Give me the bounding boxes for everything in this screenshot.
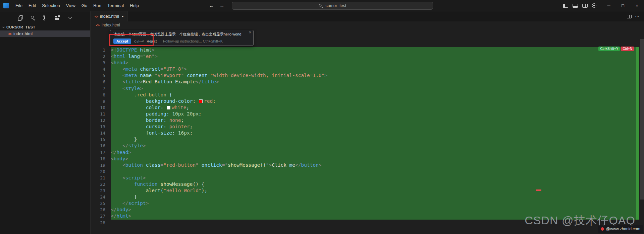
explorer-section-header[interactable]: CURSOR_TEST [0, 24, 90, 30]
code-token [111, 124, 146, 129]
code-token: white [172, 105, 186, 110]
code-line-15[interactable]: 15 } [91, 136, 644, 143]
gear-icon[interactable] [592, 3, 596, 8]
followup-input[interactable] [160, 39, 245, 43]
html-file-icon: <> [95, 15, 98, 18]
code-token: ; [190, 124, 193, 129]
toggle-panel-icon[interactable] [573, 4, 578, 8]
code-line-6[interactable]: 6 <title>Red Button Example</title> [91, 79, 644, 85]
close-button[interactable]: × [630, 0, 644, 11]
code-line-18[interactable]: 18<body> [91, 156, 644, 162]
line-number: 26 [91, 207, 105, 213]
code-line-17[interactable]: 17</head> [91, 149, 644, 156]
menu-run[interactable]: Run [90, 0, 104, 11]
minimize-button[interactable]: ─ [602, 0, 616, 11]
line-content: } [111, 136, 636, 143]
code-line-25[interactable]: 25 </script> [91, 200, 644, 207]
line-number: 18 [91, 156, 105, 162]
menu-terminal[interactable]: Terminal [104, 0, 127, 11]
code-token: > [319, 162, 322, 168]
code-token: > [140, 79, 143, 84]
chevron-down-icon[interactable] [67, 15, 73, 21]
code-token: head [116, 150, 128, 155]
code-token: style [125, 86, 140, 91]
menu-go[interactable]: Go [78, 0, 90, 11]
code-token: </ [122, 143, 128, 148]
code-token [184, 73, 187, 78]
watermark-text: @www.zhanid.com [606, 227, 640, 231]
back-arrow-icon[interactable]: ← [209, 3, 214, 8]
code-line-12[interactable]: 12 border: none; [91, 117, 644, 124]
source-control-icon[interactable] [42, 15, 49, 21]
forward-arrow-icon[interactable]: → [219, 3, 224, 8]
code-line-21[interactable]: 21 <script> [91, 175, 644, 181]
code-line-1[interactable]: 1<!DOCTYPE html> [91, 47, 644, 53]
code-token [184, 111, 187, 116]
code-editor[interactable]: 1<!DOCTYPE html>2<html lang="en">3<head>… [91, 29, 644, 234]
toggle-sidebar-icon[interactable] [563, 4, 568, 8]
more-actions-icon[interactable]: ⋯ [635, 14, 639, 19]
code-line-19[interactable]: 19 <button class="red-button" onclick="s… [91, 162, 644, 168]
red-marker [536, 189, 541, 191]
code-token: > [128, 213, 131, 219]
code-token: > [128, 150, 131, 155]
code-token: title [202, 79, 216, 84]
code-line-14[interactable]: 14 font-size: 16px; [91, 130, 644, 136]
menu-help[interactable]: Help [127, 0, 142, 11]
code-line-10[interactable]: 10 color: white; [91, 104, 644, 111]
code-token: html [116, 213, 128, 219]
code-token [111, 73, 122, 78]
file-name: index.html [13, 31, 33, 36]
line-content: <meta name="viewport" content="width=dev… [111, 72, 636, 79]
code-token: < [122, 86, 125, 91]
menu-selection[interactable]: Selection [39, 0, 63, 11]
code-line-22[interactable]: 22 function showMessage() { [91, 181, 644, 187]
command-center-search[interactable]: cursor_test [232, 2, 433, 10]
line-content: </head> [111, 149, 636, 156]
modified-dot-icon[interactable]: ● [122, 15, 123, 18]
maximize-button[interactable]: □ [616, 0, 630, 11]
line-number: 3 [91, 60, 105, 66]
extensions-icon[interactable] [54, 15, 61, 21]
code-token [111, 86, 122, 91]
code-token [111, 162, 122, 168]
code-token: = [160, 162, 163, 168]
code-token: } [111, 137, 137, 142]
tab-actions: ⋯ [627, 11, 644, 21]
toggle-secondary-sidebar-icon[interactable] [582, 4, 588, 8]
close-icon[interactable]: × [249, 30, 251, 35]
keybind-badge: Ctrl+Shift+Y [598, 47, 620, 51]
search-icon[interactable] [30, 15, 36, 21]
files-icon[interactable] [17, 15, 24, 21]
breadcrumb[interactable]: <> index.html [91, 21, 644, 29]
code-token: > [128, 207, 131, 212]
code-line-11[interactable]: 11 padding: 10px 20px; [91, 111, 644, 117]
tab-index-html[interactable]: <> index.html ● [91, 11, 128, 21]
code-line-3[interactable]: 3<head> [91, 60, 644, 66]
code-token [111, 92, 134, 97]
menu-edit[interactable]: Edit [25, 0, 39, 11]
menu-file[interactable]: File [12, 0, 25, 11]
watermark-logo-icon [601, 227, 604, 231]
code-line-20[interactable]: 20 [91, 168, 644, 175]
menu-view[interactable]: View [63, 0, 78, 11]
code-line-24[interactable]: 24 } [91, 194, 644, 200]
code-line-23[interactable]: 23 alert("Hello World"); [91, 187, 644, 194]
line-content: </body> [111, 207, 636, 213]
code-line-5[interactable]: 5 <meta name="viewport" content="width=d… [91, 72, 644, 79]
code-line-4[interactable]: 4 <meta charset="UTF-8"> [91, 66, 644, 72]
code-token: > [152, 47, 155, 53]
code-line-2[interactable]: 2<html lang="en"> [91, 53, 644, 60]
sidebar-explorer: CURSOR_TEST <>index.html [0, 11, 91, 234]
code-line-13[interactable]: 13 cursor: pointer; [91, 124, 644, 130]
app-logo-icon[interactable] [3, 3, 9, 8]
code-line-9[interactable]: 9 background-color: red; [91, 98, 644, 104]
code-line-16[interactable]: 16 </style> [91, 143, 644, 149]
vertical-scrollbar[interactable] [640, 39, 644, 200]
code-line-7[interactable]: 7 <style> [91, 85, 644, 92]
code-token: < [122, 66, 125, 72]
code-line-8[interactable]: 8 .red-button { [91, 92, 644, 98]
code-line-26[interactable]: 26</body> [91, 207, 644, 213]
file-item-index.html[interactable]: <>index.html [0, 30, 90, 37]
split-editor-icon[interactable] [627, 15, 632, 18]
